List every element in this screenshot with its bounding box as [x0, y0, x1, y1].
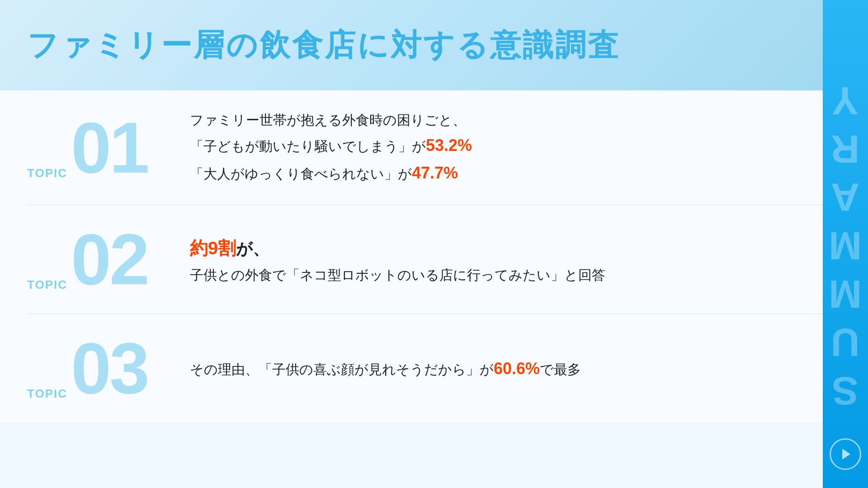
topic-01-stat1: 53.2%: [426, 136, 472, 155]
topic-02-section: TOPIC 02 約9割が、 子供との外食で「ネコ型ロボットのいる店に行ってみた…: [27, 205, 841, 314]
header: ファミリー層の飲食店に対する意識調査: [0, 0, 868, 90]
topic-01-line2: 「子どもが動いたり騒いでしまう」が53.2%: [190, 131, 841, 159]
sidebar-text: SUMMARY: [823, 75, 868, 413]
topic-01-line1: ファミリー世帯が抱える外食時の困りごと、: [190, 108, 841, 131]
topic-03-line1: その理由、「子供の喜ぶ顔が見れそうだから」が60.6%で最多: [190, 355, 841, 382]
main-content: TOPIC 01 ファミリー世帯が抱える外食時の困りごと、 「子どもが動いたり騒…: [0, 90, 868, 422]
topic-02-content: 約9割が、 子供との外食で「ネコ型ロボットのいる店に行ってみたい」と回答: [172, 233, 841, 286]
topic-01-word: TOPIC: [27, 166, 67, 184]
topic-01-line3: 「大人がゆっくり食べられない」が47.7%: [190, 159, 841, 187]
topic-03-word: TOPIC: [27, 387, 67, 404]
topic-01-stat2: 47.7%: [412, 164, 458, 182]
play-icon: [842, 449, 850, 460]
topic-02-number: 02: [71, 223, 148, 296]
topic-03-section: TOPIC 03 その理由、「子供の喜ぶ顔が見れそうだから」が60.6%で最多: [27, 314, 841, 422]
sidebar: SUMMARY: [823, 0, 868, 488]
topic-03-number: 03: [71, 332, 148, 404]
topic-03-content: その理由、「子供の喜ぶ顔が見れそうだから」が60.6%で最多: [172, 355, 841, 382]
sidebar-circle: [830, 438, 861, 470]
topic-02-line1: 約9割が、: [190, 233, 841, 263]
topic-02-word: TOPIC: [27, 278, 67, 296]
topic-02-label: TOPIC 02: [27, 223, 172, 296]
page-title: ファミリー層の飲食店に対する意識調査: [27, 25, 620, 66]
topic-03-label: TOPIC 03: [27, 332, 172, 404]
topic-01-content: ファミリー世帯が抱える外食時の困りごと、 「子どもが動いたり騒いでしまう」が53…: [172, 108, 841, 187]
topic-01-section: TOPIC 01 ファミリー世帯が抱える外食時の困りごと、 「子どもが動いたり騒…: [27, 90, 841, 205]
topic-02-stat: 約9割: [190, 238, 236, 258]
topic-01-label: TOPIC 01: [27, 112, 172, 184]
topic-01-number: 01: [71, 112, 148, 184]
topic-03-stat: 60.6%: [494, 359, 540, 378]
topic-02-line2: 子供との外食で「ネコ型ロボットのいる店に行ってみたい」と回答: [190, 263, 841, 286]
